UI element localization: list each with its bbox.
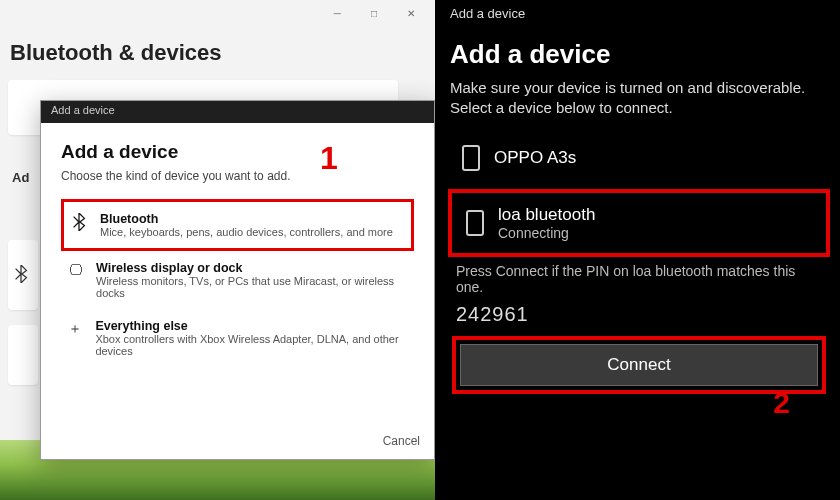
- dialog-subtitle-dark: Make sure your device is turned on and d…: [438, 78, 840, 127]
- option-desc: Wireless monitors, TVs, or PCs that use …: [96, 275, 408, 299]
- add-device-dialog-dark: Add a device Add a device Make sure your…: [435, 0, 840, 500]
- pin-note: Press Connect if the PIN on loa bluetoot…: [438, 263, 840, 295]
- settings-tile-devices[interactable]: [8, 325, 38, 385]
- connect-button[interactable]: Connect: [460, 344, 818, 386]
- option-desc: Mice, keyboards, pens, audio devices, co…: [100, 226, 393, 238]
- pin-code: 242961: [438, 295, 840, 330]
- dialog-crumb: Add a device: [438, 0, 840, 27]
- annotation-2: 2: [773, 386, 790, 420]
- device-row-oppo[interactable]: OPPO A3s: [448, 133, 830, 183]
- dialog-heading-dark: Add a device: [438, 27, 840, 78]
- dialog-subtitle: Choose the kind of device you want to ad…: [61, 169, 414, 183]
- add-device-dialog-light: Add a device Add a device Choose the kin…: [40, 100, 435, 460]
- bluetooth-icon: [70, 213, 88, 234]
- option-label: Wireless display or dock: [96, 261, 408, 275]
- close-icon[interactable]: ✕: [407, 8, 415, 19]
- device-status: Connecting: [498, 225, 595, 241]
- connect-highlight: Connect: [452, 336, 826, 394]
- settings-add-label: Ad: [12, 170, 29, 185]
- option-everything-else[interactable]: ＋ Everything else Xbox controllers with …: [61, 309, 414, 367]
- option-label: Bluetooth: [100, 212, 393, 226]
- window-controls[interactable]: ─ □ ✕: [334, 8, 415, 19]
- dialog-titlebar: Add a device: [41, 101, 434, 123]
- phone-icon: [466, 210, 484, 236]
- option-wireless-display[interactable]: 🖵 Wireless display or dock Wireless moni…: [61, 251, 414, 309]
- maximize-icon[interactable]: □: [371, 8, 377, 19]
- option-label: Everything else: [95, 319, 408, 333]
- minimize-icon[interactable]: ─: [334, 8, 341, 19]
- phone-icon: [462, 145, 480, 171]
- display-icon: 🖵: [67, 262, 84, 278]
- device-name: loa bluetooth: [498, 205, 595, 225]
- annotation-1: 1: [320, 140, 338, 177]
- device-name: OPPO A3s: [494, 148, 576, 168]
- option-desc: Xbox controllers with Xbox Wireless Adap…: [95, 333, 408, 357]
- bluetooth-icon: [14, 265, 28, 283]
- device-row-loa-bluetooth[interactable]: loa bluetooth Connecting: [448, 189, 830, 257]
- settings-tile-bluetooth[interactable]: [8, 240, 38, 310]
- plus-icon: ＋: [67, 320, 83, 338]
- option-bluetooth[interactable]: Bluetooth Mice, keyboards, pens, audio d…: [61, 199, 414, 251]
- dialog-heading: Add a device: [61, 141, 414, 163]
- cancel-button[interactable]: Cancel: [383, 434, 420, 448]
- settings-heading: Bluetooth & devices: [10, 40, 221, 66]
